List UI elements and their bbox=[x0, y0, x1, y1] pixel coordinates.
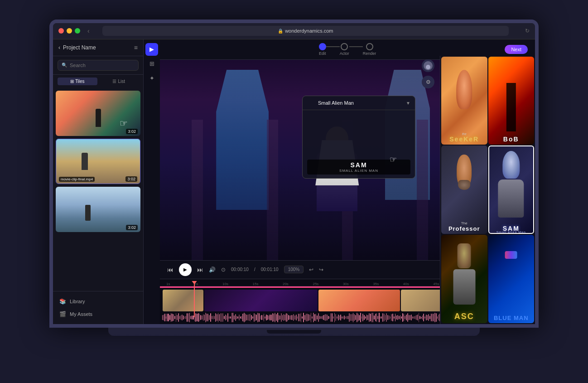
back-arrow-icon: ‹ bbox=[58, 44, 60, 51]
back-to-projects[interactable]: ‹ Project Name bbox=[58, 44, 96, 51]
char-selector-name: Small Alien Man bbox=[307, 99, 354, 107]
skip-forward-button[interactable]: ⏭ bbox=[197, 266, 203, 273]
profile-head bbox=[426, 65, 430, 69]
clip-item[interactable]: movie-clip-final.mp4 3:02 bbox=[56, 139, 140, 184]
step-edit-circle bbox=[319, 43, 326, 50]
ruler-mark: 40s bbox=[403, 282, 409, 286]
sam-head bbox=[502, 151, 520, 179]
column bbox=[417, 120, 428, 260]
char-title-sub: Small Alien Man bbox=[310, 169, 408, 173]
blue-man-label: BLUE MAN bbox=[488, 315, 535, 321]
character-tile-professor[interactable]: The Professor bbox=[441, 145, 487, 234]
volume-settings-icon[interactable]: ⊙ bbox=[221, 267, 226, 273]
time-separator: / bbox=[254, 267, 255, 272]
laptop-notch bbox=[267, 330, 321, 334]
seeker-head bbox=[456, 70, 472, 110]
view-toggle: ⊞ Tiles ☰ List bbox=[53, 75, 143, 88]
time-current: 00:00:10 bbox=[231, 267, 249, 272]
timeline-playhead[interactable] bbox=[194, 281, 195, 317]
character-grid-panel: the SeeKeR BoB bbox=[440, 56, 535, 324]
tool-video[interactable]: ▶ bbox=[145, 43, 158, 56]
step-edit-label: Edit bbox=[319, 51, 326, 56]
clips-grid: ☞ 3:02 movie-clip-final.mp4 3:02 bbox=[53, 88, 143, 291]
search-box[interactable]: 🔍 bbox=[58, 60, 139, 71]
tiles-icon: ⊞ bbox=[70, 79, 74, 84]
skip-back-button[interactable]: ⏮ bbox=[167, 266, 174, 273]
my-assets-item[interactable]: 🎬 My Assets bbox=[53, 308, 143, 320]
profile-icon bbox=[424, 61, 433, 70]
lock-icon: 🔒 bbox=[278, 29, 283, 34]
clip-duration: 3:02 bbox=[126, 225, 138, 230]
zoom-level[interactable]: 100% bbox=[284, 266, 304, 273]
search-input[interactable] bbox=[70, 63, 135, 68]
sam-sub-label: Small Alien Man bbox=[489, 231, 534, 234]
back-icon[interactable]: ‹ bbox=[87, 27, 90, 34]
list-icon: ☰ bbox=[112, 79, 116, 84]
professor-beard bbox=[458, 180, 470, 190]
step-render: Render bbox=[363, 43, 376, 56]
address-bar[interactable]: 🔒 wonderdynamics.com bbox=[102, 26, 509, 36]
professor-label: The Professor bbox=[441, 221, 487, 232]
asc-name-label: ASC bbox=[441, 312, 487, 321]
traffic-lights bbox=[58, 28, 80, 34]
char-selector-header[interactable]: Small Alien Man ▼ bbox=[303, 96, 415, 110]
timeline-clip[interactable] bbox=[318, 290, 400, 311]
asc-robot bbox=[450, 243, 478, 314]
ruler-mark: 1s bbox=[166, 282, 170, 286]
url-text: wonderdynamics.com bbox=[285, 28, 333, 34]
refresh-icon[interactable]: ↻ bbox=[525, 28, 530, 34]
clip-filename: movie-clip-final.mp4 bbox=[59, 177, 95, 182]
clip-item[interactable]: 3:02 bbox=[56, 187, 140, 232]
ruler-mark: 10s bbox=[222, 282, 228, 286]
character-tile-asc[interactable]: ASC bbox=[441, 235, 487, 323]
laptop-base bbox=[108, 328, 480, 336]
tiles-view-button[interactable]: ⊞ Tiles bbox=[58, 78, 97, 85]
workflow-steps: Edit Actor Render bbox=[319, 43, 376, 56]
library-label: Library bbox=[70, 299, 85, 304]
step-edit: Edit bbox=[319, 43, 326, 56]
seeker-name-text: SeeKeR bbox=[449, 136, 479, 143]
play-button[interactable]: ▶ bbox=[179, 263, 192, 276]
timeline-clip[interactable] bbox=[163, 290, 203, 311]
browser-nav: ‹ bbox=[87, 27, 90, 34]
clip-duration: 3:02 bbox=[125, 176, 137, 182]
volume-icon[interactable]: 🔊 bbox=[209, 267, 216, 273]
list-view-button[interactable]: ☰ List bbox=[99, 78, 139, 85]
character-tile-bob[interactable]: BoB bbox=[488, 57, 535, 145]
search-area: 🔍 bbox=[53, 56, 143, 75]
next-button[interactable]: Next bbox=[505, 45, 528, 54]
minimize-button[interactable] bbox=[67, 28, 72, 34]
right-panel-icons: ⚙ bbox=[420, 56, 436, 92]
character-selector-popup[interactable]: Small Alien Man ▼ bbox=[302, 96, 415, 179]
character-tile-blueman[interactable]: BLUE MAN bbox=[488, 235, 535, 323]
char-preview-box: SAM Small Alien Man ☞ bbox=[303, 110, 415, 178]
settings-icon[interactable]: ⚙ bbox=[422, 76, 434, 88]
library-item[interactable]: 📚 Library bbox=[53, 295, 143, 308]
character-tile-sam[interactable]: SAM Small Alien Man bbox=[488, 145, 535, 234]
ruler-mark: 35s bbox=[373, 282, 379, 286]
redo-button[interactable]: ↪ bbox=[319, 267, 323, 273]
undo-button[interactable]: ↩ bbox=[309, 267, 313, 273]
app-content: ‹ Project Name ≡ 🔍 ⊞ Tiles bbox=[53, 39, 535, 324]
search-icon: 🔍 bbox=[62, 63, 67, 68]
timeline-clip[interactable] bbox=[204, 290, 318, 311]
step-actor-circle bbox=[341, 43, 348, 50]
library-icon: 📚 bbox=[59, 298, 66, 305]
maximize-button[interactable] bbox=[75, 28, 80, 34]
column bbox=[192, 120, 203, 260]
user-icon[interactable] bbox=[422, 59, 434, 72]
clip-thumbnail bbox=[204, 290, 318, 311]
clip-item[interactable]: ☞ 3:02 bbox=[56, 91, 140, 136]
character-tile-seeker[interactable]: the SeeKeR bbox=[441, 57, 487, 145]
close-button[interactable] bbox=[58, 28, 64, 34]
professor-the-text: The bbox=[461, 221, 468, 225]
ruler-mark: 45s bbox=[433, 282, 439, 286]
tool-magic[interactable]: ✦ bbox=[145, 72, 158, 85]
menu-icon[interactable]: ≡ bbox=[134, 44, 138, 51]
sam-body bbox=[498, 179, 524, 218]
column bbox=[267, 120, 278, 260]
browser-chrome: ‹ 🔒 wonderdynamics.com ↻ bbox=[53, 23, 535, 39]
tool-grid[interactable]: ⊞ bbox=[145, 58, 158, 70]
tiles-label: Tiles bbox=[75, 79, 85, 84]
sidebar-bottom: 📚 Library 🎬 My Assets bbox=[53, 291, 143, 324]
